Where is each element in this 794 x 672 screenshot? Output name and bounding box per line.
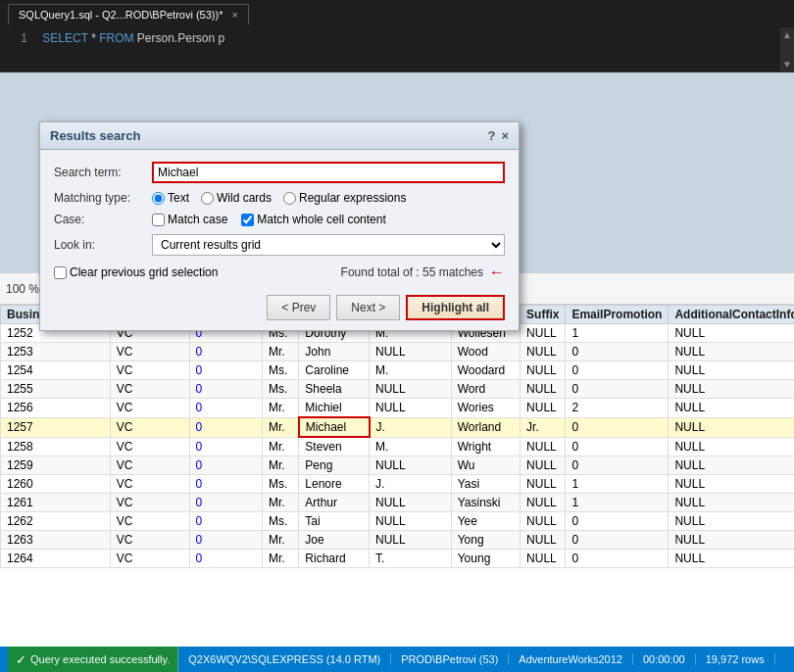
table-cell: Ms.: [262, 475, 298, 494]
dialog-body: Search term: Matching type: Text Wild ca…: [40, 150, 519, 330]
tab-label: SQLQuery1.sql - Q2...ROD\BPetrovi (53))*: [19, 9, 223, 21]
results-table: BusinessEntityID PersonType NameStyle Ti…: [0, 305, 794, 568]
results-area[interactable]: BusinessEntityID PersonType NameStyle Ti…: [0, 305, 794, 647]
table-cell: NULL: [669, 437, 794, 456]
table-row[interactable]: 1260VC0Ms.LenoreJ.YasiNULL1NULL: [1, 475, 795, 494]
table-cell: 1258: [1, 437, 111, 456]
clear-previous-checkbox[interactable]: [54, 266, 67, 279]
table-cell: NULL: [669, 380, 794, 399]
table-cell: NULL: [669, 475, 794, 494]
look-in-select[interactable]: Current results grid: [152, 234, 505, 256]
table-cell: Tai: [299, 512, 370, 531]
table-cell: Yasinski: [451, 494, 520, 512]
table-cell: 0: [189, 494, 262, 512]
table-cell: 0: [189, 531, 262, 550]
table-cell: VC: [110, 380, 189, 399]
clear-previous-label[interactable]: Clear previous grid selection: [54, 265, 218, 279]
database-segment: AdventureWorks2012: [509, 653, 633, 665]
editor-tab[interactable]: SQLQuery1.sql - Q2...ROD\BPetrovi (53))*…: [8, 4, 249, 24]
found-text-area: Found total of : 55 matches ←: [341, 264, 505, 281]
arrow-icon: ←: [489, 264, 505, 281]
table-row[interactable]: 1262VC0Ms.TaiNULLYeeNULL0NULL: [1, 512, 795, 531]
table-row[interactable]: 1255VC0Ms.SheelaNULLWordNULL0NULL: [1, 380, 795, 399]
table-cell: VC: [110, 531, 189, 550]
table-cell: NULL: [521, 494, 566, 512]
table-cell: J.: [370, 417, 452, 437]
table-cell: NULL: [669, 324, 794, 343]
prev-button[interactable]: < Prev: [267, 295, 330, 320]
table-cell: 1: [566, 475, 669, 494]
table-cell: 1: [566, 324, 669, 343]
table-cell: Young: [451, 550, 520, 568]
checkbox-group: Match case Match whole cell content: [152, 213, 386, 226]
table-cell: Mr.: [262, 343, 298, 361]
table-row[interactable]: 1254VC0Ms.CarolineM.WoodardNULL0NULL: [1, 361, 795, 380]
table-cell: NULL: [370, 494, 452, 512]
table-row[interactable]: 1264VC0Mr.RichardT.YoungNULL0NULL: [1, 550, 795, 568]
table-cell: Joe: [299, 531, 370, 550]
table-row[interactable]: 1258VC0Mr.StevenM.WrightNULL0NULL: [1, 437, 795, 456]
table-cell: Mr.: [262, 437, 298, 456]
match-whole-cell-checkbox[interactable]: [241, 214, 254, 226]
tab-close-icon[interactable]: ×: [232, 9, 238, 21]
scroll-up-icon[interactable]: ▲: [780, 27, 794, 42]
table-cell: VC: [110, 399, 189, 418]
table-row[interactable]: 1263VC0Mr.JoeNULLYongNULL0NULL: [1, 531, 795, 550]
table-row[interactable]: 1259VC0Mr.PengNULLWuNULL0NULL: [1, 456, 795, 475]
table-row[interactable]: 1257VC0Mr.MichaelJ.WorlandJr.0NULL: [1, 417, 795, 437]
search-term-input[interactable]: [152, 162, 505, 183]
query-status-text: Query executed successfully.: [30, 653, 170, 665]
table-row[interactable]: 1261VC0Mr.ArthurNULLYasinskiNULL1NULL: [1, 494, 795, 512]
radio-text[interactable]: [152, 192, 165, 205]
dialog-title: Results search: [50, 128, 141, 143]
table-cell: Yasi: [451, 475, 520, 494]
table-cell: 1264: [1, 550, 111, 568]
table-cell: 0: [189, 380, 262, 399]
table-cell: Wood: [451, 343, 520, 361]
table-cell: Yong: [451, 531, 520, 550]
radio-regex[interactable]: [283, 192, 296, 205]
table-cell: Yee: [451, 512, 520, 531]
table-cell: VC: [110, 456, 189, 475]
col-additionalcontactinfo: AdditionalContactInfo: [669, 306, 794, 324]
radio-regex-label[interactable]: Regular expressions: [283, 191, 406, 205]
table-cell: Mr.: [262, 399, 298, 418]
table-cell: NULL: [521, 437, 566, 456]
table-cell: Michael: [299, 417, 370, 437]
table-cell: NULL: [521, 324, 566, 343]
table-cell: NULL: [521, 380, 566, 399]
table-cell: Lenore: [299, 475, 370, 494]
table-row[interactable]: 1253VC0Mr.JohnNULLWoodNULL0NULL: [1, 343, 795, 361]
table-cell: John: [299, 343, 370, 361]
table-cell: Ms.: [262, 380, 298, 399]
radio-wildcards-label[interactable]: Wild cards: [201, 191, 272, 205]
highlight-all-button[interactable]: Highlight all: [406, 295, 505, 320]
radio-wildcards-text: Wild cards: [217, 191, 272, 205]
dialog-help-icon[interactable]: ?: [487, 128, 495, 143]
table-cell: Ms.: [262, 512, 298, 531]
table-cell: Michiel: [299, 399, 370, 418]
match-case-label[interactable]: Match case: [152, 213, 227, 226]
editor-scrollbar[interactable]: ▲ ▼: [780, 27, 794, 72]
results-search-dialog: Results search ? × Search term: Matching…: [39, 121, 520, 331]
radio-text-label[interactable]: Text: [152, 191, 189, 205]
button-row: < Prev Next > Highlight all: [54, 291, 505, 320]
scroll-down-icon[interactable]: ▼: [780, 57, 794, 72]
search-term-row: Search term:: [54, 162, 505, 183]
match-whole-cell-label[interactable]: Match whole cell content: [241, 213, 385, 226]
table-row[interactable]: 1256VC0Mr.MichielNULLWoriesNULL2NULL: [1, 399, 795, 418]
table-cell: 1262: [1, 512, 111, 531]
table-cell: VC: [110, 475, 189, 494]
table-cell: Caroline: [299, 361, 370, 380]
table-cell: VC: [110, 343, 189, 361]
server-segment: Q2X6WQV2\SQLEXPRESS (14.0 RTM): [178, 653, 391, 665]
match-case-checkbox[interactable]: [152, 214, 165, 226]
table-cell: 0: [189, 399, 262, 418]
table-cell: Peng: [299, 456, 370, 475]
next-button[interactable]: Next >: [336, 295, 400, 320]
time-text: 00:00:00: [643, 653, 685, 665]
radio-wildcards[interactable]: [201, 192, 214, 205]
dialog-close-icon[interactable]: ×: [501, 128, 509, 143]
table-cell: 0: [189, 417, 262, 437]
table-cell: 0: [189, 475, 262, 494]
